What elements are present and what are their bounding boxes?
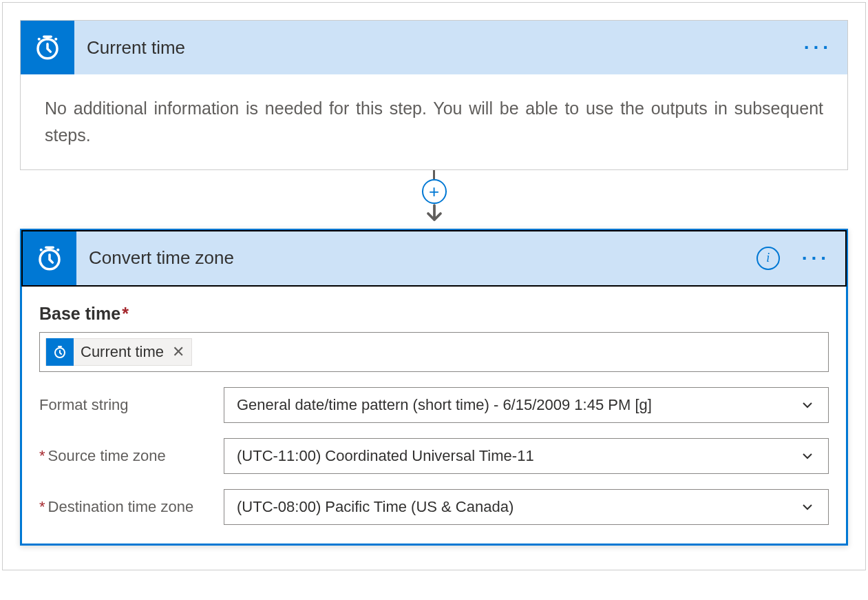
svg-point-1 — [38, 38, 41, 41]
more-options-icon[interactable]: ··· — [802, 249, 830, 268]
svg-point-2 — [54, 38, 57, 41]
step-actions: i ··· — [756, 247, 830, 270]
source-timezone-label: *Source time zone — [39, 447, 211, 465]
format-string-row: Format string General date/time pattern … — [39, 387, 829, 423]
step-body: No additional information is needed for … — [21, 74, 847, 169]
label-text: Source time zone — [48, 447, 166, 464]
format-string-label: Format string — [39, 396, 211, 414]
chevron-down-icon — [799, 397, 816, 413]
clock-icon — [46, 338, 74, 366]
label-text: Base time — [39, 304, 120, 323]
source-timezone-row: *Source time zone (UTC-11:00) Coordinate… — [39, 438, 829, 474]
destination-timezone-row: *Destination time zone (UTC-08:00) Pacif… — [39, 489, 829, 525]
step-convert-timezone: Convert time zone i ··· Base time* — [20, 229, 848, 546]
base-time-input[interactable]: Current time ✕ — [39, 332, 829, 372]
token-remove-button[interactable]: ✕ — [169, 343, 191, 361]
form-body: Base time* Current time ✕ Format string — [22, 287, 846, 544]
svg-point-5 — [56, 248, 59, 251]
info-icon[interactable]: i — [756, 247, 780, 270]
arrow-down-icon — [422, 201, 447, 229]
select-value: (UTC-08:00) Pacific Time (US & Canada) — [237, 498, 514, 516]
step-connector: + — [20, 170, 848, 229]
svg-point-4 — [40, 248, 43, 251]
chevron-down-icon — [799, 448, 816, 464]
required-indicator: * — [39, 498, 45, 515]
format-string-select[interactable]: General date/time pattern (short time) -… — [224, 387, 829, 423]
label-text: Destination time zone — [48, 498, 194, 515]
select-value: General date/time pattern (short time) -… — [237, 396, 652, 414]
more-options-icon[interactable]: ··· — [804, 38, 832, 57]
select-value: (UTC-11:00) Coordinated Universal Time-1… — [237, 447, 534, 465]
step-title: Current time — [87, 37, 185, 59]
destination-timezone-select[interactable]: (UTC-08:00) Pacific Time (US & Canada) — [224, 489, 829, 525]
required-indicator: * — [39, 447, 45, 464]
chevron-down-icon — [799, 499, 816, 515]
add-step-button[interactable]: + — [422, 179, 447, 203]
token-label: Current time — [74, 343, 169, 361]
token-current-time[interactable]: Current time ✕ — [45, 338, 192, 366]
required-indicator: * — [122, 304, 129, 323]
source-timezone-select[interactable]: (UTC-11:00) Coordinated Universal Time-1… — [224, 438, 829, 474]
step-info-text: No additional information is needed for … — [45, 95, 823, 149]
clock-icon — [23, 231, 76, 285]
flow-designer-canvas: Current time ··· No additional informati… — [2, 2, 866, 570]
step-header-convert-timezone[interactable]: Convert time zone i ··· — [21, 230, 847, 287]
step-actions: ··· — [804, 38, 832, 57]
base-time-label: Base time* — [39, 304, 829, 324]
step-current-time: Current time ··· No additional informati… — [20, 20, 848, 170]
connector-line — [433, 170, 435, 180]
destination-timezone-label: *Destination time zone — [39, 498, 211, 516]
clock-icon — [21, 21, 74, 74]
step-title: Convert time zone — [89, 247, 234, 269]
step-header-current-time[interactable]: Current time ··· — [21, 21, 847, 74]
